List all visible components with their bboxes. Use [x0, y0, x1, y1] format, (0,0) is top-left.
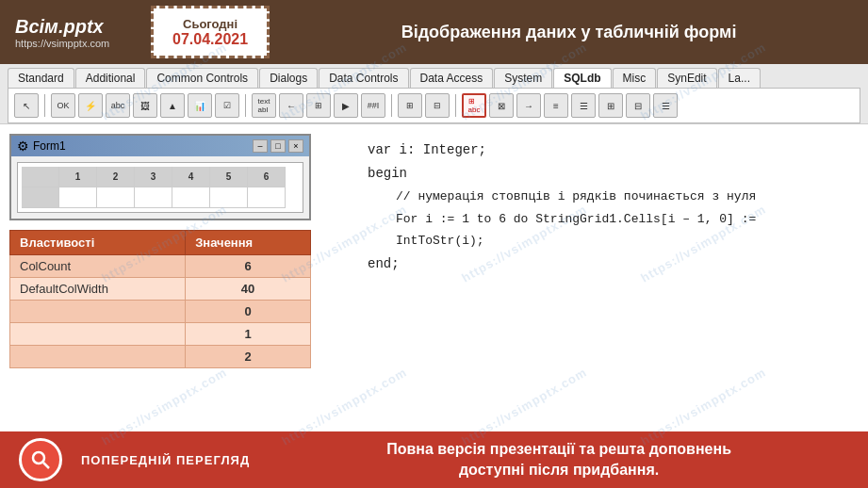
tab-standard[interactable]: Standard: [8, 68, 74, 88]
prop-value: 0: [186, 301, 311, 323]
preview-icon-circle: [19, 438, 62, 481]
props-col-header-1: Властивості: [10, 231, 186, 255]
code-line-3: // нумерація стовпців і рядків починаєть…: [368, 186, 849, 207]
grid-col-2: 2: [97, 167, 135, 187]
table-row: DefaultColWidth 40: [10, 278, 311, 301]
grid-data-1-4: [172, 187, 210, 208]
table-row: 0: [10, 301, 311, 323]
form-titlebar: ⚙ Form1 – □ ×: [11, 136, 309, 156]
tab-synedit[interactable]: SynEdit: [657, 68, 716, 88]
btn-flash[interactable]: ⚡: [78, 93, 103, 118]
svg-line-1: [43, 463, 49, 468]
btn-dbgrid-selected[interactable]: ⊞abc: [462, 93, 486, 118]
btn-play[interactable]: ▶: [334, 93, 358, 118]
tab-common-controls[interactable]: Common Controls: [146, 68, 258, 88]
grid-col-5: 5: [210, 167, 248, 187]
header: Всім.pptx https://vsimpptx.com Сьогодні …: [0, 0, 868, 64]
toolbar-sep3: [391, 94, 392, 117]
prop-name: ColCount: [10, 255, 186, 278]
grid-col-4: 4: [172, 167, 210, 187]
grid-data-1-6: [248, 187, 286, 208]
btn-extra2[interactable]: ☰: [653, 93, 678, 118]
bottom-text-line1: Повна версія презентації та решта доповн…: [269, 439, 849, 460]
grid-data-1-2: [97, 187, 135, 208]
tab-system[interactable]: System: [494, 68, 552, 88]
toolbar-sep4: [455, 94, 456, 117]
table-row: 2: [10, 346, 311, 368]
code-line-2: begin: [368, 162, 849, 186]
prop-name: DefaultColWidth: [10, 278, 186, 301]
tab-misc[interactable]: Misc: [613, 68, 657, 88]
form-body: 1 2 3 4 5 6: [17, 162, 303, 213]
tab-data-access[interactable]: Data Access: [410, 68, 494, 88]
prop-name: [10, 301, 186, 323]
date-box: Сьогодні 07.04.2021: [151, 6, 270, 58]
btn-abc[interactable]: abc: [106, 93, 130, 118]
form-close-btn[interactable]: ×: [288, 139, 303, 153]
form-window: ⚙ Form1 – □ × 1 2 3 4 5 6: [9, 134, 311, 220]
table-row: ColCount 6: [10, 255, 311, 278]
btn-extra1[interactable]: ⊟: [626, 93, 650, 118]
pointer-tool-btn[interactable]: ↖: [14, 93, 39, 118]
btn-grid-a[interactable]: ⊞: [398, 93, 422, 118]
left-panel: ⚙ Form1 – □ × 1 2 3 4 5 6: [0, 124, 349, 371]
btn-image[interactable]: 🖼: [133, 93, 157, 118]
tab-additional[interactable]: Additional: [75, 68, 146, 88]
toolbar-area: Standard Additional Common Controls Dial…: [0, 64, 868, 124]
btn-list[interactable]: ☰: [571, 93, 596, 118]
tab-la[interactable]: La...: [718, 68, 761, 88]
right-panel: var i: Integer; begin // нумерація стовп…: [349, 124, 868, 371]
toolbar-tabs: Standard Additional Common Controls Dial…: [8, 68, 860, 88]
toolbar-buttons: ↖ OK ⚡ abc 🖼 ▲ 📊 ☑ textabI ← ⊞ ▶ ##I ⊞ ⊟…: [8, 88, 860, 123]
tab-data-controls[interactable]: Data Controls: [319, 68, 408, 88]
tab-dialogs[interactable]: Dialogs: [259, 68, 318, 88]
btn-text[interactable]: textabI: [252, 93, 276, 118]
toolbar-sep2: [245, 94, 246, 117]
logo-title: Всім.pptx: [15, 16, 136, 38]
svg-point-0: [33, 452, 44, 464]
bottom-bar-text: Повна версія презентації та решта доповн…: [269, 439, 849, 481]
logo-url: https://vsimpptx.com: [15, 38, 136, 49]
tab-sqldb[interactable]: SQLdb: [553, 68, 611, 88]
prop-value: 40: [186, 278, 311, 301]
grid-data-1-5: [210, 187, 248, 208]
btn-lines[interactable]: ≡: [544, 93, 568, 118]
grid-col-1: 1: [59, 167, 97, 187]
preview-label-block: ПОПЕРЕДНІЙ ПЕРЕГЛЯД: [81, 453, 250, 467]
btn-shape[interactable]: ▲: [160, 93, 185, 118]
grid-row-header-1: [22, 187, 59, 208]
date-value: 07.04.2021: [172, 31, 248, 48]
grid-corner: [22, 167, 59, 187]
page-title: Відображення даних у табличній формі: [270, 0, 868, 64]
btn-dbgrid1[interactable]: ⊞: [306, 93, 331, 118]
btn-arrow-left[interactable]: ←: [279, 93, 303, 118]
content-wrapper: ⚙ Form1 – □ × 1 2 3 4 5 6: [0, 124, 868, 371]
bottom-text-line2: доступні після придбання.: [269, 460, 849, 480]
prop-value: 1: [186, 323, 311, 346]
form-restore-btn[interactable]: □: [270, 139, 286, 153]
prop-value: 6: [186, 255, 311, 278]
prop-value: 2: [186, 346, 311, 368]
form-minimize-btn[interactable]: –: [253, 139, 268, 153]
form-icon: ⚙: [17, 138, 29, 154]
btn-ok[interactable]: OK: [51, 93, 75, 118]
grid-col-6: 6: [248, 167, 286, 187]
bottom-bar: ПОПЕРЕДНІЙ ПЕРЕГЛЯД Повна версія презент…: [0, 431, 868, 488]
date-label: Сьогодні: [183, 17, 237, 31]
btn-hash[interactable]: ##I: [361, 93, 385, 118]
btn-nav1[interactable]: ⊠: [489, 93, 514, 118]
grid-header-row: 1 2 3 4 5 6: [22, 167, 299, 187]
grid-col-3: 3: [135, 167, 172, 187]
btn-chart[interactable]: 📊: [188, 93, 212, 118]
btn-check[interactable]: ☑: [215, 93, 239, 118]
table-row: 1: [10, 323, 311, 346]
btn-nav2[interactable]: →: [516, 93, 541, 118]
form-title: Form1: [33, 139, 66, 153]
prop-name: [10, 323, 186, 346]
btn-grid-b[interactable]: ⊟: [425, 93, 450, 118]
toolbar-sep1: [44, 94, 45, 117]
btn-tree[interactable]: ⊞: [598, 93, 623, 118]
code-line-1: var i: Integer;: [368, 138, 849, 162]
search-icon: [29, 448, 52, 471]
props-col-header-2: Значення: [186, 231, 311, 255]
